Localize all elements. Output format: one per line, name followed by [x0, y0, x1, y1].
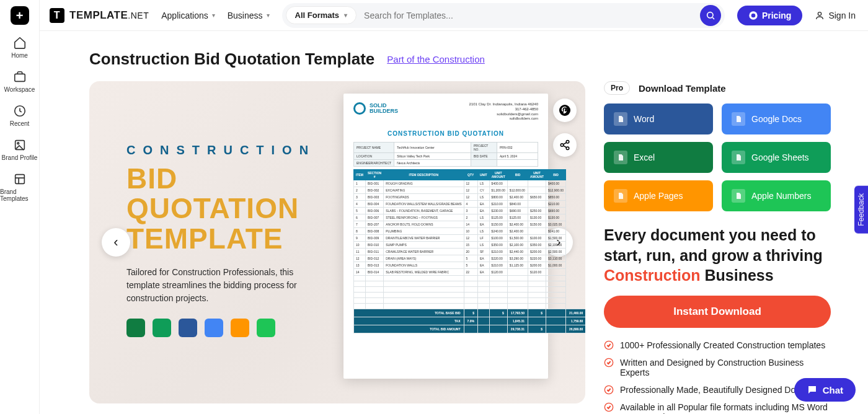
download-word-button[interactable]: Word — [604, 103, 713, 134]
promo-headline: Every document you need to start, run, a… — [604, 225, 831, 286]
chevron-down-icon: ▾ — [267, 12, 270, 19]
feature-item: 1000+ Professionally Created Constructio… — [604, 340, 831, 350]
nav-label: Applications — [161, 11, 208, 20]
sidebar-item-label: Brand Templates — [0, 188, 39, 202]
preview-description: Tailored for Construction Professionals,… — [126, 266, 325, 305]
home-icon — [13, 36, 27, 50]
preview-headline-1: BID — [126, 164, 325, 193]
formats-filter[interactable]: All Formats ▾ — [286, 6, 357, 24]
sidebar-item-recent[interactable]: Recent — [10, 104, 30, 127]
logo[interactable]: T TEMPLATE.NET — [50, 8, 149, 23]
chevron-down-icon: ▾ — [344, 12, 347, 19]
doc-brand: SOLID BUILDERS — [353, 102, 398, 115]
nav-applications[interactable]: Applications ▾ — [161, 11, 215, 20]
feature-item: Available in all Popular file formats in… — [604, 402, 831, 415]
check-icon — [604, 385, 614, 395]
right-column: Pro Download Template WordGoogle DocsExc… — [604, 81, 831, 414]
sidebar-item-label: Brand Profile — [2, 154, 38, 161]
nav-label: Business — [228, 11, 263, 20]
download-title: Download Template — [639, 83, 726, 94]
content: Construction Bid Quotation Template Part… — [40, 31, 868, 414]
search-icon — [706, 11, 715, 20]
svg-point-11 — [560, 144, 564, 147]
feature-text: Available in all Popular file formats in… — [620, 402, 831, 415]
sidebar-item-label: Recent — [10, 120, 30, 127]
feedback-tab[interactable]: Feedback — [854, 186, 868, 234]
download-apple-numbers-button[interactable]: Apple Numbers — [722, 180, 831, 211]
nav-business[interactable]: Business ▾ — [228, 11, 270, 20]
pinterest-icon — [559, 105, 570, 116]
google-docs-icon — [205, 319, 223, 337]
svg-point-8 — [818, 12, 822, 15]
instant-download-button[interactable]: Instant Download — [604, 296, 831, 328]
page-title: Construction Bid Quotation Template — [89, 50, 374, 69]
share-buttons — [553, 99, 577, 157]
sidebar-item-home[interactable]: Home — [11, 36, 28, 59]
sidebar-item-workspace[interactable]: Workspace — [4, 70, 35, 93]
download-google-docs-button[interactable]: Google Docs — [722, 103, 831, 134]
logo-text-primary: TEMPLATE — [69, 9, 128, 21]
collection-link[interactable]: Part of the Construction — [387, 54, 485, 64]
file-icon — [614, 112, 627, 126]
chat-label: Chat — [823, 385, 843, 395]
feature-list: 1000+ Professionally Created Constructio… — [604, 340, 831, 415]
share-icon — [559, 139, 570, 151]
chat-icon — [807, 384, 818, 395]
excel-icon — [126, 319, 145, 337]
format-icons — [126, 319, 325, 337]
tag-icon — [748, 11, 758, 20]
apple-numbers-icon — [257, 319, 275, 337]
layout-icon — [13, 172, 27, 186]
file-icon — [732, 151, 745, 164]
svg-rect-4 — [15, 175, 24, 184]
create-button[interactable]: + — [11, 6, 29, 25]
signin-label: Sign In — [828, 11, 856, 20]
doc-data-grid: ITEMSECTION #ITEM DESCRIPTIONQTYUNITUNIT… — [353, 169, 585, 333]
download-excel-button[interactable]: Excel — [604, 142, 713, 173]
download-button-label: Apple Numbers — [751, 191, 812, 201]
download-google-sheets-button[interactable]: Google Sheets — [722, 142, 831, 173]
topbar: T TEMPLATE.NET Applications ▾ Business ▾… — [0, 0, 868, 31]
chevron-down-icon: ▾ — [212, 12, 215, 19]
title-row: Construction Bid Quotation Template Part… — [89, 50, 831, 69]
sidebar-item-label: Workspace — [4, 86, 35, 93]
google-sheets-icon — [153, 319, 171, 337]
share-button[interactable] — [553, 133, 577, 157]
svg-point-3 — [17, 143, 19, 144]
chevron-left-icon: ‹ — [113, 234, 118, 250]
svg-point-5 — [707, 12, 713, 17]
feature-text: Written and Designed by Construction Bus… — [620, 358, 831, 377]
chat-button[interactable]: Chat — [794, 378, 856, 402]
formats-label: All Formats — [295, 11, 340, 20]
pricing-button[interactable]: Pricing — [737, 6, 802, 25]
download-button-label: Apple Pages — [634, 191, 683, 201]
file-icon — [614, 151, 627, 164]
download-button-label: Google Docs — [751, 114, 802, 124]
sidebar-item-brand-profile[interactable]: Brand Profile — [2, 138, 38, 161]
check-icon — [604, 358, 614, 377]
file-icon — [614, 189, 627, 203]
search-button[interactable] — [700, 5, 721, 26]
preview-card: ‹ › CONSTRUCTION BID QUOTATION TEMPLATE … — [89, 81, 585, 403]
download-apple-pages-button[interactable]: Apple Pages — [604, 180, 713, 211]
search-bar: All Formats ▾ — [282, 3, 725, 28]
file-icon — [732, 112, 745, 126]
apple-pages-icon — [231, 319, 249, 337]
file-icon — [732, 189, 745, 203]
search-input[interactable] — [364, 11, 693, 20]
pricing-label: Pricing — [762, 11, 791, 20]
sidebar-item-brand-templates[interactable]: Brand Templates — [0, 172, 39, 202]
doc-title: CONSTRUCTION BID QUOTATION — [353, 130, 538, 137]
preview-copy: CONSTRUCTION BID QUOTATION TEMPLATE Tail… — [126, 143, 325, 337]
main-row: ‹ › CONSTRUCTION BID QUOTATION TEMPLATE … — [89, 81, 831, 414]
image-icon — [13, 138, 27, 152]
signin-button[interactable]: Sign In — [815, 11, 856, 20]
document-preview: SOLID BUILDERS 2101 Clay Dr. Indianapoli… — [343, 94, 548, 379]
pinterest-button[interactable] — [553, 99, 577, 122]
doc-address: 2101 Clay Dr. Indianapolis, Indiana 4624… — [469, 102, 538, 121]
feature-text: 1000+ Professionally Created Constructio… — [620, 340, 825, 350]
doc-brand-icon — [353, 102, 366, 115]
download-button-label: Word — [634, 114, 654, 124]
logo-mark-icon: T — [50, 8, 64, 23]
preview-headline-3: TEMPLATE — [126, 224, 325, 253]
